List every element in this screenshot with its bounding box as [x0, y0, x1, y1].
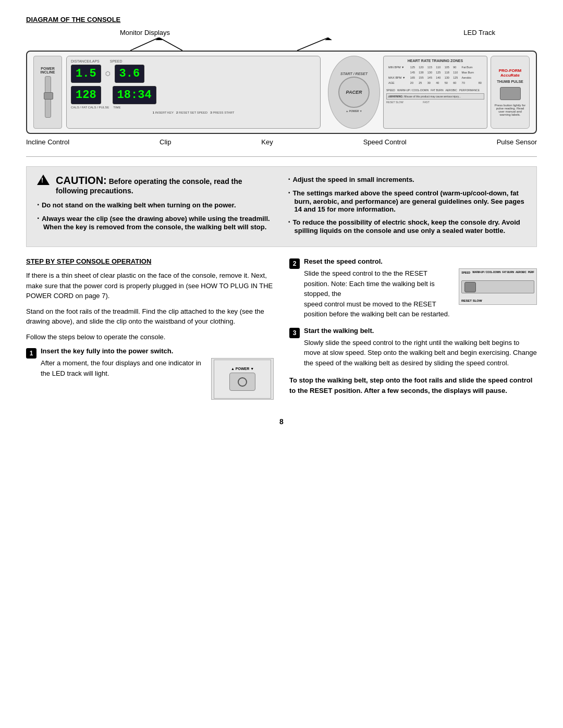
step-1-content: Insert the key fully into the power swit… — [41, 347, 274, 400]
heart-rate-panel: HEART RATE TRAINING ZONES MIN BPM ▼12512… — [383, 56, 487, 129]
pacer-circle: PACER — [338, 77, 370, 108]
intro-para-2: Stand on the foot rails of the treadmill… — [26, 306, 274, 327]
label-key: Key — [261, 138, 273, 146]
display-d3: 128 — [71, 86, 101, 104]
caution-left: CAUTION: Before operating the console, r… — [37, 175, 275, 239]
caution-item-4: The settings marked above the speed cont… — [288, 188, 527, 213]
label-pulse-sensor: Pulse Sensor — [497, 138, 537, 146]
step-number-2: 2 — [289, 258, 300, 269]
caution-item-1: Do not stand on the walking belt when tu… — [37, 200, 275, 209]
label-monitor-displays: Monitor Displays — [120, 29, 170, 36]
step-section-title: STEP BY STEP CONSOLE OPERATION — [26, 257, 274, 265]
label-speed-control: Speed Control — [363, 138, 407, 146]
caution-item-5: To reduce the possibility of electric sh… — [288, 217, 527, 235]
step-section: STEP BY STEP CONSOLE OPERATION If there … — [26, 257, 537, 407]
diagram-title: DIAGRAM OF THE CONSOLE — [26, 16, 537, 23]
label-clip: Clip — [160, 138, 171, 146]
step-2-body-inline: Slide the speed control to the the RESET… — [304, 268, 454, 299]
step-3-content: Start the walking belt. Slowly slide the… — [304, 327, 537, 368]
step-3-body: Slowly slide the speed control to the ri… — [304, 338, 537, 368]
display-panel: DISTANCE/LAPS SPEED 1.5 ⬡ 3.6 128 18:34 … — [66, 56, 321, 129]
caution-list-right: Adjust the speed in small increments. Th… — [288, 175, 527, 235]
label-led-track: LED Track — [463, 29, 495, 36]
caution-item-2: Always wear the clip (see the drawing ab… — [37, 214, 275, 231]
svg-line-0 — [130, 38, 159, 51]
step-1-diagram: ▲ POWER ▼ — [211, 358, 274, 400]
intro-para-3: Follow the steps below to operate the co… — [26, 332, 274, 342]
caution-title: CAUTION: — [56, 175, 107, 186]
step-warning-bold: To stop the walking belt, step onto the … — [289, 375, 537, 396]
caution-section: CAUTION: Before operating the console, r… — [26, 166, 537, 247]
svg-line-1 — [159, 38, 182, 51]
step-2-body-cont: speed control must be moved to the RESET… — [304, 299, 454, 319]
step-2-diagram: SPEED WARM-UP / COOL-DOWN FAT BURN AEROB… — [459, 268, 537, 305]
step-2-content: Reset the speed control. Slide the speed… — [304, 257, 537, 319]
power-switch-diagram: ▲ POWER ▼ — [214, 360, 271, 399]
label-incline-control: Incline Control — [26, 138, 69, 146]
warning-triangle-icon — [37, 175, 50, 185]
caution-header: CAUTION: Before operating the console, r… — [37, 175, 275, 195]
display-d2: 3.6 — [115, 65, 145, 83]
intro-para-1: If there is a thin sheet of clear plasti… — [26, 270, 274, 301]
display-d1: 1.5 — [71, 65, 101, 83]
step-left: STEP BY STEP CONSOLE OPERATION If there … — [26, 257, 274, 407]
step-3-title: Start the walking belt. — [304, 327, 537, 335]
step-2: 2 Reset the speed control. Slide the spe… — [289, 257, 537, 319]
pulse-sensor-panel: PRO-FORM AccuRate THUMB PULSE Press butt… — [491, 56, 530, 129]
pulse-button — [500, 87, 521, 100]
step-right: 2 Reset the speed control. Slide the spe… — [289, 257, 537, 407]
caution-item-3: Adjust the speed in small increments. — [288, 175, 527, 184]
step-1-title: Insert the key fully into the power swit… — [41, 347, 274, 355]
step-1-body: After a moment, the four displays and on… — [41, 359, 201, 377]
page-number: 8 — [26, 417, 537, 426]
power-key-slot — [238, 377, 247, 387]
incline-slider — [45, 76, 51, 118]
step-1: 1 Insert the key fully into the power sw… — [26, 347, 274, 400]
step-number-3: 3 — [289, 328, 300, 338]
pacer-display: START / RESET PACER ▲ POWER ▼ — [328, 56, 380, 129]
step-number-1: 1 — [26, 348, 36, 359]
step-2-title: Reset the speed control. — [304, 257, 537, 265]
bottom-labels: Incline Control Clip Key Speed Control P… — [26, 138, 537, 146]
incline-panel: POWERINCLINE — [33, 56, 62, 129]
diagram-arrows — [26, 38, 537, 51]
speed-diag-knob — [464, 282, 476, 292]
caution-right: Adjust the speed in small increments. Th… — [288, 175, 527, 239]
step-3: 3 Start the walking belt. Slowly slide t… — [289, 327, 537, 368]
console-diagram: POWERINCLINE DISTANCE/LAPS SPEED 1.5 ⬡ 3… — [26, 51, 537, 134]
svg-line-3 — [297, 38, 328, 51]
incline-knob — [44, 92, 53, 100]
display-d4: 18:34 — [113, 86, 156, 104]
caution-list-left: Do not stand on the walking belt when tu… — [37, 200, 275, 231]
speed-diag-track — [461, 280, 534, 293]
diagram-section: DIAGRAM OF THE CONSOLE Monitor Displays … — [26, 16, 537, 146]
section-divider — [26, 156, 537, 157]
